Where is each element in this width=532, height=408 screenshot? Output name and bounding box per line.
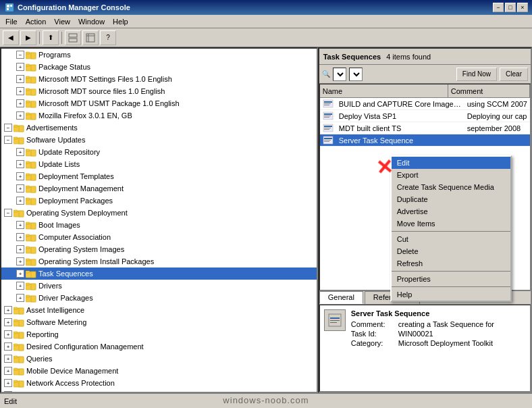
expand-icon[interactable]: + [16,172,24,180]
tree-item[interactable]: + Task Sequences [1,267,317,280]
expand-icon[interactable]: − [16,51,24,59]
expand-icon[interactable]: + [16,184,24,193]
context-menu-item[interactable]: Refresh [392,257,510,270]
expand-icon[interactable]: + [16,282,24,290]
tree-item[interactable]: + Reporting [1,328,317,340]
expand-icon[interactable]: + [16,148,24,156]
list-row[interactable]: Deploy Vista SP1Deploying our cap [320,110,530,122]
tree-scroll[interactable]: − Programs+ Package Status+ Microsoft MD… [1,49,317,392]
minimize-button[interactable]: − [493,3,504,12]
col-header-name[interactable]: Name [320,84,448,97]
expand-icon[interactable]: − [4,209,12,217]
svg-rect-28 [14,125,18,127]
expand-icon[interactable]: + [16,257,24,265]
expand-icon[interactable]: + [4,367,12,375]
tree-item[interactable]: + Drivers [1,280,317,292]
context-menu-item[interactable]: Export [392,169,510,181]
tree-item[interactable]: + Network Access Protection [1,377,317,389]
expand-icon[interactable]: + [4,391,12,392]
expand-icon[interactable]: + [4,355,12,363]
list-row[interactable]: BUILD and CAPTURE Core Image ...using SC… [320,98,530,110]
context-menu-item[interactable]: Delete [392,245,510,257]
svg-rect-74 [19,308,24,314]
tree-item[interactable]: + System Status [1,389,317,392]
expand-icon[interactable]: + [16,63,24,71]
forward-button[interactable]: ▶ [20,30,36,45]
expand-icon[interactable]: − [4,124,12,132]
context-menu-item[interactable]: Create Task Sequence Media [392,181,510,193]
console-button[interactable] [82,30,99,45]
expand-icon[interactable]: + [16,197,24,205]
list-row[interactable]: MDT built client TSseptember 2008 [320,122,530,134]
tree-item[interactable]: − Software Updates [1,134,317,146]
tab-general[interactable]: General [319,291,363,304]
tree-item[interactable]: + Package Status [1,61,317,73]
tree-item[interactable]: + Driver Packages [1,292,317,304]
help-button[interactable]: ? [100,30,116,45]
tree-item[interactable]: + Microsoft MDT USMT Package 1.0 English [1,97,317,109]
expand-icon[interactable]: + [4,330,12,338]
context-menu-item[interactable]: Advertise [392,205,510,218]
expand-icon[interactable]: + [16,87,24,95]
tree-item[interactable]: + Queries [1,353,317,365]
expand-icon[interactable]: + [4,318,12,326]
tree-item[interactable]: + Asset Intelligence [1,304,317,316]
menu-view[interactable]: View [50,16,74,27]
tree-item[interactable]: + Mozilla Firefox 3.0.1 EN, GB [1,109,317,122]
menu-action[interactable]: Action [22,16,51,27]
tree-item[interactable]: + Microsoft MDT source files 1.0 English [1,85,317,97]
tree-item[interactable]: + Mobile Device Management [1,365,317,377]
tree-item[interactable]: − Operating System Deployment [1,207,317,219]
tree-item[interactable]: + Boot Images [1,219,317,231]
list-row[interactable]: Server Task Sequence [320,134,530,147]
expand-icon[interactable]: + [16,270,24,278]
expand-icon[interactable]: + [4,379,12,387]
expand-icon[interactable]: + [16,221,24,229]
menu-file[interactable]: File [1,16,22,27]
tree-item[interactable]: − Programs [1,49,317,61]
expand-icon[interactable]: + [16,99,24,107]
menu-window[interactable]: Window [74,16,109,27]
expand-icon[interactable]: − [4,136,12,144]
back-button[interactable]: ◀ [3,30,19,45]
detail-task-name: Server Task Sequence [351,309,494,317]
context-menu-item[interactable]: Help [392,288,510,301]
tree-item[interactable]: + Deployment Templates [1,170,317,182]
context-menu-item[interactable]: Edit [392,157,510,169]
expand-icon[interactable]: + [16,245,24,253]
show-hide-button[interactable] [65,30,81,45]
tree-item[interactable]: − Advertisements [1,122,317,134]
tree-item[interactable]: + Microsoft MDT Settings Files 1.0 Engli… [1,73,317,85]
window-controls[interactable]: − □ × [493,3,528,12]
expand-icon[interactable]: + [16,111,24,120]
tree-item[interactable]: + Deployment Packages [1,195,317,207]
tree-item[interactable]: + Desired Configuration Management [1,340,317,353]
col-header-comment[interactable]: Comment [448,84,530,97]
expand-icon[interactable]: + [16,233,24,241]
context-menu-item[interactable]: Duplicate [392,193,510,205]
expand-icon[interactable]: + [4,342,12,351]
maximize-button[interactable]: □ [505,3,516,12]
context-menu-item[interactable]: Move Items [392,218,510,230]
close-button[interactable]: × [517,3,528,12]
tree-item[interactable]: + Operating System Install Packages [1,255,317,267]
tree-item[interactable]: + Update Repository [1,146,317,158]
menu-help[interactable]: Help [109,16,132,27]
expand-icon[interactable]: + [16,294,24,302]
up-button[interactable]: ⬆ [43,30,59,45]
row-name: MDT built client TS [336,124,464,132]
tree-item[interactable]: + Update Lists [1,158,317,170]
filter-select-1[interactable]: L [333,68,346,81]
clear-button[interactable]: Clear [500,68,528,81]
context-menu-item[interactable]: Properties [392,273,510,285]
expand-icon[interactable]: + [4,306,12,314]
filter-select-2[interactable]: O [349,68,363,81]
expand-icon[interactable]: + [16,160,24,168]
tree-item[interactable]: + Computer Association [1,231,317,243]
tree-item[interactable]: + Deployment Management [1,182,317,195]
context-menu-item[interactable]: Cut [392,233,510,245]
find-now-button[interactable]: Find Now [456,68,497,81]
tree-item[interactable]: + Operating System Images [1,243,317,255]
expand-icon[interactable]: + [16,75,24,83]
tree-item[interactable]: + Software Metering [1,316,317,328]
